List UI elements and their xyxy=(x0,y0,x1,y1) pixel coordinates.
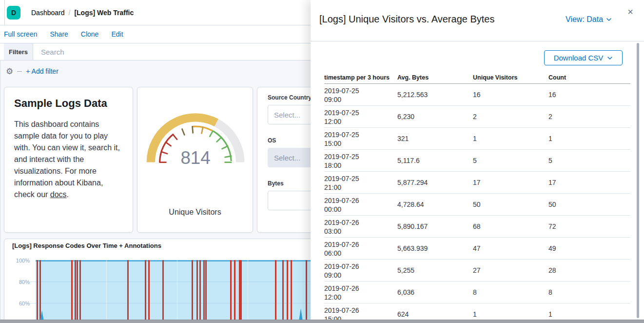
cell-count: 2 xyxy=(548,113,552,121)
cell-date: 2019-07-26 xyxy=(324,196,359,205)
cell-unique-visitors: 68 xyxy=(473,222,481,230)
breadcrumb-separator: / xyxy=(69,9,71,17)
ytick-80: 80% xyxy=(11,279,30,285)
cell-count: 28 xyxy=(548,266,556,274)
cell-count: 72 xyxy=(548,222,556,230)
col-header-avg-bytes: Avg. Bytes xyxy=(397,74,429,81)
table-row: 2019-07-26 06:00 5,663.939 47 49 xyxy=(324,238,630,260)
cell-avg-bytes: 5,877.294 xyxy=(397,179,428,186)
cell-unique-visitors: 1 xyxy=(473,135,477,142)
table-row: 2019-07-25 12:00 6,230 2 2 xyxy=(324,106,630,128)
cell-avg-bytes: 5,663.939 xyxy=(397,244,428,252)
chevron-down-icon xyxy=(606,17,612,22)
flyout-scrollbar[interactable] xyxy=(637,43,639,318)
cell-time: 06:00 xyxy=(324,249,359,258)
col-header-timestamp: timestamp per 3 hours xyxy=(324,74,390,81)
flyout-header-divider xyxy=(311,41,644,41)
cell-time: 00:00 xyxy=(324,205,359,214)
cell-timestamp: 2019-07-26 00:00 xyxy=(324,196,359,214)
table-row: 2019-07-25 09:00 5,212.563 16 16 xyxy=(324,84,630,106)
response-codes-title: [Logs] Response Codes Over Time + Annota… xyxy=(12,242,161,249)
view-data-dropdown[interactable]: View: Data xyxy=(566,15,612,24)
panel-unique-visitors-gauge: 814 Unique Visitors xyxy=(137,87,253,233)
add-filter-row: ⚙ + Add filter xyxy=(0,63,312,79)
sample-logs-text-end: . xyxy=(67,190,69,199)
cell-unique-visitors: 2 xyxy=(473,113,477,121)
share-button[interactable]: Share xyxy=(50,30,68,38)
download-csv-button[interactable]: Download CSV xyxy=(544,50,623,65)
cell-time: 21:00 xyxy=(324,183,359,192)
cell-date: 2019-07-25 xyxy=(324,152,359,161)
cell-timestamp: 2019-07-25 09:00 xyxy=(324,86,359,104)
kibana-dashboard-screen: D Dashboard / [Logs] Web Traffic Full sc… xyxy=(0,0,644,323)
cell-time: 09:00 xyxy=(324,271,359,280)
data-table: timestamp per 3 hours Avg. Bytes Unique … xyxy=(324,73,630,323)
cell-unique-visitors: 17 xyxy=(473,179,481,186)
cell-count: 1 xyxy=(548,135,552,142)
docs-link[interactable]: docs xyxy=(50,190,67,199)
sample-logs-text: This dashboard contains sample data for … xyxy=(14,120,120,199)
close-icon[interactable]: × xyxy=(627,7,633,17)
cell-time: 15:00 xyxy=(324,139,359,148)
gear-icon[interactable]: ⚙ xyxy=(6,67,13,76)
cell-avg-bytes: 4,728.64 xyxy=(397,201,424,208)
ytick-60: 60% xyxy=(11,301,30,306)
cell-avg-bytes: 624 xyxy=(397,310,409,318)
cell-timestamp: 2019-07-25 18:00 xyxy=(324,152,359,170)
cell-timestamp: 2019-07-25 12:00 xyxy=(324,108,359,126)
cell-date: 2019-07-25 xyxy=(324,174,359,183)
filters-tab[interactable]: Filters xyxy=(4,43,33,60)
horizontal-scrollbar[interactable] xyxy=(0,320,644,323)
sample-logs-title: Sample Logs Data xyxy=(14,97,123,110)
table-row: 2019-07-25 18:00 5,117.6 5 5 xyxy=(324,150,630,172)
cell-unique-visitors: 8 xyxy=(473,288,477,296)
space-avatar[interactable]: D xyxy=(7,6,20,20)
flyout-title: [Logs] Unique Visitors vs. Average Bytes xyxy=(319,14,494,25)
gauge-label: Unique Visitors xyxy=(137,208,253,217)
clone-button[interactable]: Clone xyxy=(81,30,99,38)
col-header-unique-visitors: Unique Visitors xyxy=(473,74,517,81)
panel-sample-logs-data: Sample Logs Data This dashboard contains… xyxy=(4,87,133,233)
cell-avg-bytes: 5,890.167 xyxy=(397,222,428,230)
cell-timestamp: 2019-07-26 09:00 xyxy=(324,262,359,280)
cell-count: 1 xyxy=(548,310,552,318)
cell-date: 2019-07-26 xyxy=(324,240,359,249)
cell-unique-visitors: 1 xyxy=(473,310,477,318)
download-csv-label: Download CSV xyxy=(554,54,604,62)
cell-date: 2019-07-26 xyxy=(324,262,359,271)
cell-count: 50 xyxy=(548,201,556,208)
gauge-visualization: 814 xyxy=(142,107,249,180)
full-screen-button[interactable]: Full screen xyxy=(4,30,37,38)
add-filter-button[interactable]: + Add filter xyxy=(26,67,59,75)
cell-date: 2019-07-25 xyxy=(324,108,359,117)
table-row: 2019-07-25 15:00 321 1 1 xyxy=(324,128,630,150)
nav-edge-divider xyxy=(4,0,5,25)
breadcrumb-dashboard[interactable]: Dashboard xyxy=(31,9,65,17)
panel-data-flyout: [Logs] Unique Visitors vs. Average Bytes… xyxy=(311,0,644,323)
col-header-count: Count xyxy=(548,74,566,81)
cell-avg-bytes: 321 xyxy=(397,135,409,142)
cell-count: 5 xyxy=(548,157,552,164)
cell-time: 18:00 xyxy=(324,161,359,170)
table-body: 2019-07-25 09:00 5,212.563 16 16 2019-07… xyxy=(324,84,630,323)
cell-time: 09:00 xyxy=(324,95,359,104)
cell-unique-visitors: 16 xyxy=(473,91,481,99)
cell-timestamp: 2019-07-25 21:00 xyxy=(324,174,359,192)
cell-avg-bytes: 6,230 xyxy=(397,113,414,121)
table-row: 2019-07-26 12:00 6,036 8 8 xyxy=(324,282,630,303)
cell-unique-visitors: 5 xyxy=(473,157,477,164)
view-data-label: View: Data xyxy=(566,15,603,24)
cell-avg-bytes: 5,212.563 xyxy=(397,91,428,99)
sample-logs-description: This dashboard contains sample data for … xyxy=(14,119,125,201)
cell-timestamp: 2019-07-26 12:00 xyxy=(324,284,359,302)
filter-dash-divider xyxy=(17,71,22,72)
cell-timestamp: 2019-07-26 03:00 xyxy=(324,218,359,236)
cell-count: 16 xyxy=(548,91,556,99)
cell-date: 2019-07-26 xyxy=(324,284,359,293)
edit-button[interactable]: Edit xyxy=(111,30,123,38)
table-row: 2019-07-26 00:00 4,728.64 50 50 xyxy=(324,194,630,216)
cell-count: 49 xyxy=(548,244,556,252)
gauge-value: 814 xyxy=(180,148,210,168)
cell-unique-visitors: 27 xyxy=(473,266,481,274)
cell-timestamp: 2019-07-25 15:00 xyxy=(324,130,359,148)
